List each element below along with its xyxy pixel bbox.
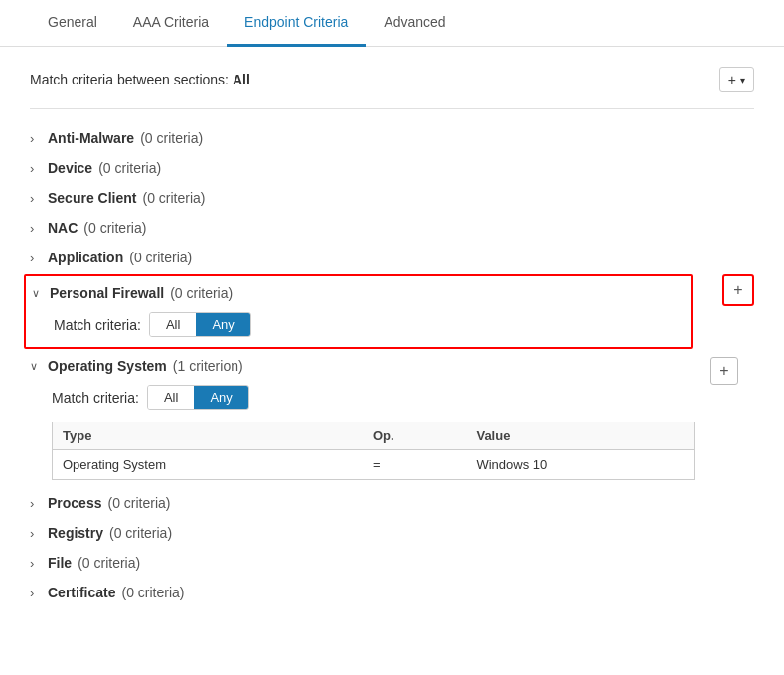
section-header-anti-malware[interactable]: › Anti-Malware (0 criteria) (30, 125, 754, 151)
toggle-all-operating-system[interactable]: All (148, 386, 194, 409)
section-registry: › Registry (0 criteria) (30, 520, 754, 546)
add-dropdown-button[interactable]: + ▾ (719, 67, 754, 92)
tabs-bar: GeneralAAA CriteriaEndpoint CriteriaAdva… (0, 0, 784, 47)
toggle-all-personal-firewall[interactable]: All (150, 313, 196, 336)
chevron-right-icon: › (30, 496, 42, 511)
chevron-right-icon: › (30, 131, 42, 146)
section-device: › Device (0 criteria) (30, 155, 754, 181)
section-header-file[interactable]: › File (0 criteria) (30, 550, 754, 576)
add-button-personal-firewall[interactable]: + (722, 274, 754, 306)
section-process: › Process (0 criteria) (30, 490, 754, 516)
section-title-device: Device (48, 160, 92, 176)
match-criteria-label-personal-firewall: Match criteria: (54, 317, 141, 333)
add-button-operating-system[interactable]: + (710, 357, 738, 385)
section-file: › File (0 criteria) (30, 550, 754, 576)
section-count-process: (0 criteria) (107, 495, 170, 511)
section-title-certificate: Certificate (48, 585, 115, 600)
toggle-any-personal-firewall[interactable]: Any (196, 313, 249, 336)
section-title-application: Application (48, 250, 123, 265)
section-header-personal-firewall[interactable]: ∨ Personal Firewall (0 criteria) (32, 280, 685, 306)
section-title-anti-malware: Anti-Malware (48, 130, 134, 146)
toggle-group-personal-firewall: All Any (149, 312, 251, 337)
section-body-operating-system: Match criteria: All Any TypeOp.ValueOper… (30, 379, 695, 486)
section-count-application: (0 criteria) (129, 250, 192, 265)
section-count-nac: (0 criteria) (83, 220, 146, 236)
section-header-nac[interactable]: › NAC (0 criteria) (30, 215, 754, 241)
section-certificate: › Certificate (0 criteria) (30, 580, 754, 605)
section-title-registry: Registry (48, 525, 103, 541)
section-operating-system: ∨ Operating System (1 criterion) Match c… (30, 353, 754, 486)
section-divider (30, 108, 754, 109)
chevron-right-icon: › (30, 556, 42, 571)
section-header-secure-client[interactable]: › Secure Client (0 criteria) (30, 185, 754, 211)
section-header-operating-system[interactable]: ∨ Operating System (1 criterion) (30, 353, 695, 379)
chevron-right-icon: › (30, 251, 42, 265)
chevron-right-icon: › (30, 191, 42, 206)
table-operating-system: TypeOp.ValueOperating System=Windows 10 (52, 422, 695, 480)
chevron-down-icon: ∨ (32, 287, 44, 300)
section-application: › Application (0 criteria) (30, 245, 754, 270)
section-count-secure-client: (0 criteria) (142, 190, 205, 206)
tab-endpoint-criteria[interactable]: Endpoint Criteria (227, 0, 366, 47)
section-count-operating-system: (1 criterion) (173, 358, 243, 374)
section-title-operating-system: Operating System (48, 358, 167, 374)
tab-advanced[interactable]: Advanced (366, 0, 463, 47)
match-between-label: Match criteria between sections: All (30, 72, 250, 87)
section-count-file: (0 criteria) (78, 555, 140, 571)
col-header-value: Value (466, 422, 694, 450)
criteria-list: › Anti-Malware (0 criteria) › Device (0 … (30, 125, 754, 609)
chevron-right-icon: › (30, 586, 42, 600)
col-header-type: Type (53, 422, 363, 450)
section-title-file: File (48, 555, 72, 571)
chevron-right-icon: › (30, 526, 42, 541)
add-icon: + (728, 72, 736, 87)
col-header-op: Op. (363, 422, 467, 450)
cell-value: Windows 10 (466, 450, 694, 480)
tab-general[interactable]: General (30, 0, 115, 47)
section-header-certificate[interactable]: › Certificate (0 criteria) (30, 580, 754, 605)
dropdown-arrow-icon: ▾ (740, 75, 745, 85)
chevron-down-icon: ∨ (30, 360, 42, 373)
section-count-registry: (0 criteria) (109, 525, 172, 541)
section-nac: › NAC (0 criteria) (30, 215, 754, 241)
section-header-process[interactable]: › Process (0 criteria) (30, 490, 754, 516)
section-count-anti-malware: (0 criteria) (140, 130, 203, 146)
chevron-right-icon: › (30, 221, 42, 236)
section-secure-client: › Secure Client (0 criteria) (30, 185, 754, 211)
section-title-process: Process (48, 495, 101, 511)
section-count-certificate: (0 criteria) (121, 585, 184, 600)
match-between-section: Match criteria between sections: All + ▾ (30, 67, 754, 92)
section-title-personal-firewall: Personal Firewall (50, 285, 164, 301)
section-header-registry[interactable]: › Registry (0 criteria) (30, 520, 754, 546)
section-count-device: (0 criteria) (98, 160, 161, 176)
cell-type: Operating System (53, 450, 363, 480)
table-row: Operating System=Windows 10 (53, 450, 695, 480)
match-criteria-label-operating-system: Match criteria: (52, 390, 139, 406)
section-personal-firewall: ∨ Personal Firewall (0 criteria) Match c… (30, 274, 754, 349)
section-anti-malware: › Anti-Malware (0 criteria) (30, 125, 754, 151)
section-title-nac: NAC (48, 220, 78, 236)
chevron-right-icon: › (30, 161, 42, 176)
section-header-application[interactable]: › Application (0 criteria) (30, 245, 754, 270)
section-title-secure-client: Secure Client (48, 190, 136, 206)
cell-op: = (363, 450, 467, 480)
section-count-personal-firewall: (0 criteria) (170, 285, 233, 301)
match-between-value: All (233, 72, 250, 87)
section-body-personal-firewall: Match criteria: All Any (32, 306, 685, 343)
toggle-any-operating-system[interactable]: Any (194, 386, 247, 409)
tab-aaa-criteria[interactable]: AAA Criteria (115, 0, 227, 47)
toggle-group-operating-system: All Any (147, 385, 249, 410)
section-header-device[interactable]: › Device (0 criteria) (30, 155, 754, 181)
